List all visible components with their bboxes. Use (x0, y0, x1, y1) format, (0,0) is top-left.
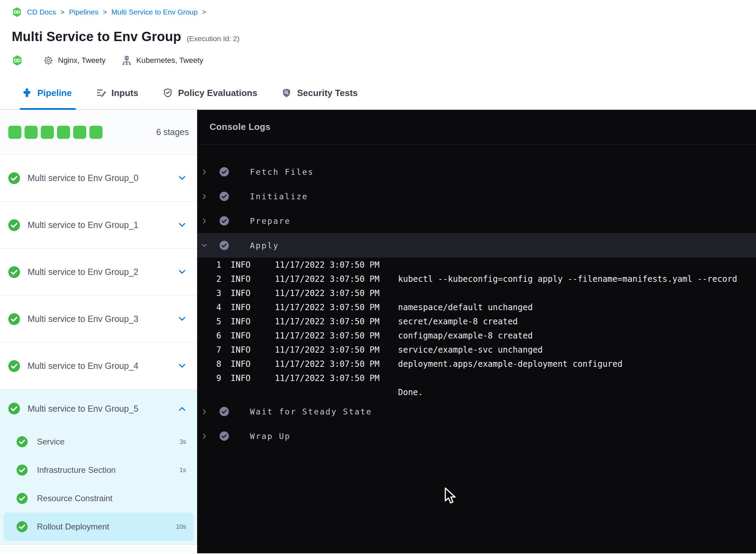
stage-label: Multi service to Env Group_4 (28, 361, 177, 371)
console-title: Console Logs (210, 122, 271, 132)
console-step-label: Wrap Up (250, 432, 291, 441)
chevron-down-icon[interactable] (177, 173, 187, 183)
success-check-icon (8, 313, 20, 325)
console-step-label: Prepare (250, 217, 291, 226)
success-check-icon (220, 192, 229, 201)
breadcrumb-link[interactable]: CD Docs (27, 8, 56, 16)
stage-label: Multi service to Env Group_0 (28, 173, 177, 183)
environments-icon (122, 55, 132, 66)
log-level: INFO (231, 331, 251, 341)
console-step-row[interactable]: Prepare (197, 209, 756, 233)
services-icon (43, 55, 54, 66)
log-line: 7INFO11/17/2022 3:07:50 PMservice/exampl… (197, 343, 756, 357)
stage-row[interactable]: Multi service to Env Group_1 (0, 202, 197, 249)
security-tests-icon (281, 88, 292, 98)
step-label: Service (37, 437, 180, 447)
log-timestamp: 11/17/2022 3:07:50 PM (275, 274, 374, 284)
console-step-row[interactable]: Apply (197, 233, 756, 258)
environments-summary[interactable]: Kubernetes, Tweety (122, 55, 203, 66)
step-label: Resource Constraint (37, 494, 186, 503)
chevron-down-icon[interactable] (177, 314, 187, 324)
stage-label: Multi service to Env Group_3 (28, 314, 177, 324)
chevron-down-icon[interactable] (200, 242, 209, 249)
chevron-right-icon[interactable] (200, 217, 209, 225)
log-timestamp: 11/17/2022 3:07:50 PM (275, 303, 374, 312)
breadcrumb-link[interactable]: Multi Service to Env Group (112, 8, 198, 16)
policy-evaluations-icon (163, 88, 173, 98)
tab-security-tests[interactable]: Security Tests (281, 77, 358, 109)
stage-list: Multi service to Env Group_0 Multi servi… (0, 155, 197, 545)
log-line-number: 8 (205, 359, 221, 369)
log-level: INFO (231, 260, 251, 270)
cd-module-badge (12, 55, 27, 66)
log-block: 1INFO11/17/2022 3:07:50 PM2INFO11/17/202… (197, 258, 756, 399)
chevron-right-icon[interactable] (200, 432, 209, 440)
step-label: Infrastructure Section (37, 465, 180, 475)
stage-row[interactable]: Multi service to Env Group_5 (0, 390, 197, 428)
services-label: Nginx, Tweety (58, 56, 106, 65)
stage-row[interactable]: Multi service to Env Group_2 (0, 249, 197, 296)
tab-pipeline[interactable]: Pipeline (22, 77, 72, 109)
console-step-row[interactable]: Fetch Files (197, 160, 756, 184)
environments-label: Kubernetes, Tweety (136, 56, 203, 65)
chevron-up-icon[interactable] (177, 404, 187, 413)
success-check-icon (220, 167, 229, 176)
console-header: Console Logs (197, 110, 756, 144)
step-row[interactable]: Infrastructure Section1s (0, 456, 197, 484)
console-step-row[interactable]: Wrap Up (197, 424, 756, 448)
chevron-down-icon[interactable] (177, 220, 187, 230)
stage-square (89, 126, 103, 139)
step-duration: 3s (180, 438, 186, 446)
console-step-row[interactable]: Initialize (197, 184, 756, 209)
tab-label: Security Tests (297, 88, 358, 98)
chevron-right-icon[interactable] (200, 408, 209, 416)
log-level: INFO (231, 345, 251, 355)
chevron-right-icon[interactable] (200, 193, 209, 200)
log-message: secret/example-8 created (398, 317, 518, 326)
console-step-row[interactable]: Wait for Steady State (197, 399, 756, 424)
tab-inputs[interactable]: Inputs (96, 77, 138, 109)
inputs-icon (96, 88, 106, 98)
chevron-right-icon[interactable] (200, 168, 209, 176)
chevron-down-icon[interactable] (177, 267, 187, 277)
tab-label: Policy Evaluations (178, 88, 258, 98)
log-line-number: 6 (205, 331, 221, 341)
stage-row[interactable]: Multi service to Env Group_4 (0, 343, 197, 390)
log-line: 5INFO11/17/2022 3:07:50 PMsecret/example… (197, 314, 756, 328)
log-line-number: 4 (205, 303, 221, 312)
breadcrumb-link[interactable]: Pipelines (69, 8, 98, 16)
breadcrumb-separator-icon: > (60, 8, 65, 16)
chevron-down-icon[interactable] (177, 361, 187, 371)
success-check-icon (8, 219, 20, 231)
page-header: CD Docs>Pipelines>Multi Service to Env G… (0, 0, 756, 67)
step-row[interactable]: Rollout Deployment10s (3, 513, 194, 541)
console-logs-panel[interactable]: Console Logs Fetch Files Initialize Prep… (197, 110, 756, 553)
stage-row[interactable]: Multi service to Env Group_0 (0, 155, 197, 202)
stage-label: Multi service to Env Group_5 (28, 404, 177, 414)
tab-policy-evaluations[interactable]: Policy Evaluations (163, 77, 258, 109)
log-message: namespace/default unchanged (398, 303, 533, 312)
log-line: 9INFO11/17/2022 3:07:50 PM (197, 371, 756, 385)
services-summary[interactable]: Nginx, Tweety (43, 55, 106, 66)
console-body[interactable]: Fetch Files Initialize Prepare Apply1INF… (197, 144, 756, 448)
tab-label: Inputs (112, 88, 138, 98)
log-line: 3INFO11/17/2022 3:07:50 PM (197, 286, 756, 300)
log-message: Done. (398, 388, 423, 397)
success-check-icon (17, 465, 28, 476)
breadcrumb: CD Docs>Pipelines>Multi Service to Env G… (12, 7, 756, 17)
stage-square (73, 126, 86, 139)
log-timestamp: 11/17/2022 3:07:50 PM (275, 288, 374, 298)
step-label: Rollout Deployment (37, 522, 176, 532)
step-row[interactable]: Resource Constraint (0, 484, 197, 513)
log-line-number: 3 (205, 288, 221, 298)
step-row[interactable]: Service3s (0, 428, 197, 456)
log-level: INFO (231, 373, 251, 383)
log-line-number: 7 (205, 345, 221, 355)
sidebar-filler (0, 545, 197, 553)
success-check-icon (17, 436, 28, 447)
stage-row[interactable]: Multi service to Env Group_3 (0, 296, 197, 343)
log-line: 6INFO11/17/2022 3:07:50 PMconfigmap/exam… (197, 328, 756, 343)
success-check-icon (220, 216, 229, 226)
cd-module-icon (12, 7, 22, 17)
stage-label: Multi service to Env Group_2 (28, 267, 177, 277)
